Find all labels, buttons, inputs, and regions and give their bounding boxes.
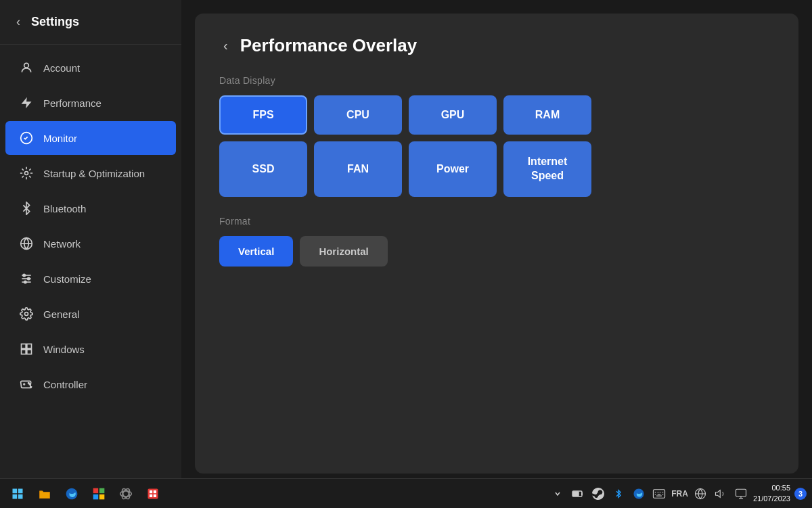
format-buttons: Vertical Horizontal <box>219 236 774 267</box>
sidebar-title: Settings <box>31 15 79 29</box>
tray-chevron[interactable] <box>549 486 566 502</box>
page-title: Performance Overlay <box>240 35 418 56</box>
main-content: ‹ Performance Overlay Data Display FPS C… <box>181 0 812 478</box>
tray-steam[interactable] <box>590 486 606 502</box>
sidebar-item-performance-label: Performance <box>43 97 102 109</box>
svg-rect-26 <box>154 490 156 493</box>
svg-point-8 <box>28 277 30 279</box>
gpu-toggle-button[interactable]: GPU <box>409 95 497 135</box>
tray-volume[interactable] <box>713 486 729 502</box>
sidebar-item-performance[interactable]: Performance <box>5 86 176 120</box>
windows-icon <box>19 342 34 356</box>
fps-toggle-button[interactable]: FPS <box>219 95 307 135</box>
monitor-icon <box>19 131 34 145</box>
fan-toggle-button[interactable]: FAN <box>314 141 402 197</box>
tray-language[interactable]: FRA <box>671 489 688 499</box>
svg-rect-27 <box>150 494 152 497</box>
sidebar-item-customize-label: Customize <box>43 273 91 285</box>
taskbar-left <box>5 482 165 506</box>
sidebar-item-bluetooth[interactable]: Bluetooth <box>5 191 176 225</box>
sidebar-item-controller[interactable]: Controller <box>5 367 176 401</box>
page-back-button[interactable]: ‹ <box>219 37 232 55</box>
notification-badge[interactable]: 3 <box>794 488 807 500</box>
power-toggle-button[interactable]: Power <box>409 141 497 197</box>
svg-rect-12 <box>27 344 32 349</box>
svg-rect-18 <box>99 488 105 493</box>
sidebar-item-general-label: General <box>43 308 79 320</box>
internet-speed-toggle-button[interactable]: Internet Speed <box>503 141 591 197</box>
sidebar-header: ‹ Settings <box>0 0 181 45</box>
file-explorer-button[interactable] <box>32 482 57 506</box>
svg-rect-31 <box>654 489 665 497</box>
svg-rect-28 <box>154 494 156 497</box>
tray-display[interactable] <box>733 486 749 502</box>
startup-icon <box>19 166 34 181</box>
svg-rect-11 <box>22 344 26 349</box>
sidebar-item-monitor-label: Monitor <box>43 133 77 144</box>
network-icon <box>19 236 34 251</box>
bluetooth-icon <box>19 201 34 216</box>
svg-rect-14 <box>27 350 32 354</box>
tray-battery[interactable] <box>570 486 586 502</box>
sidebar-back-button[interactable]: ‹ <box>14 12 23 32</box>
clock-date: 21/07/2023 <box>753 494 790 504</box>
svg-rect-17 <box>93 488 99 493</box>
sidebar-item-network[interactable]: Network <box>5 227 176 260</box>
sidebar-nav: Account Performance Monitor <box>0 45 181 478</box>
svg-point-10 <box>25 313 28 316</box>
taskbar-right: FRA 00:55 21/07/2023 3 <box>549 483 807 504</box>
windows-start-button[interactable] <box>5 482 30 506</box>
edge-browser-button[interactable] <box>60 482 84 506</box>
svg-rect-19 <box>93 494 99 499</box>
clock-time: 00:55 <box>753 483 790 493</box>
ssd-toggle-button[interactable]: SSD <box>219 141 307 197</box>
data-display-label: Data Display <box>219 75 774 86</box>
app2-button[interactable] <box>141 482 165 506</box>
svg-point-9 <box>24 281 26 283</box>
sidebar-item-account[interactable]: Account <box>5 51 176 85</box>
general-icon <box>19 306 34 321</box>
tray-keyboard[interactable] <box>651 486 667 502</box>
taskbar-clock[interactable]: 00:55 21/07/2023 <box>753 483 790 504</box>
sidebar-item-general[interactable]: General <box>5 297 176 331</box>
sidebar-item-windows[interactable]: Windows <box>5 332 176 366</box>
tray-bluetooth[interactable] <box>610 486 627 502</box>
page-header: ‹ Performance Overlay <box>219 35 774 56</box>
tray-edge[interactable] <box>631 486 647 502</box>
sidebar-item-monitor[interactable]: Monitor <box>5 121 176 155</box>
sidebar-item-startup-label: Startup & Optimization <box>43 168 145 179</box>
sidebar: ‹ Settings Account Perfor <box>0 0 181 478</box>
vertical-format-button[interactable]: Vertical <box>219 236 293 267</box>
sidebar-item-network-label: Network <box>43 238 81 250</box>
format-label: Format <box>219 216 774 227</box>
svg-rect-20 <box>99 494 105 499</box>
svg-rect-24 <box>148 488 158 499</box>
horizontal-format-button[interactable]: Horizontal <box>300 236 387 267</box>
data-display-grid: FPS CPU GPU RAM SSD FAN Power Internet S… <box>219 95 774 197</box>
customize-icon <box>19 271 34 286</box>
svg-point-0 <box>24 63 29 68</box>
svg-rect-30 <box>573 492 579 496</box>
svg-point-7 <box>23 274 25 276</box>
sidebar-item-windows-label: Windows <box>43 344 85 355</box>
content-card: ‹ Performance Overlay Data Display FPS C… <box>195 14 798 474</box>
sidebar-item-controller-label: Controller <box>43 379 87 390</box>
store-button[interactable] <box>87 482 111 506</box>
svg-rect-43 <box>736 489 746 497</box>
controller-icon <box>19 377 34 392</box>
sidebar-item-bluetooth-label: Bluetooth <box>43 203 86 214</box>
ram-toggle-button[interactable]: RAM <box>503 95 591 135</box>
format-section: Format Vertical Horizontal <box>219 216 774 267</box>
svg-rect-25 <box>150 490 152 493</box>
sidebar-item-account-label: Account <box>43 62 80 74</box>
svg-marker-42 <box>715 490 720 497</box>
cpu-toggle-button[interactable]: CPU <box>314 95 402 135</box>
svg-point-1 <box>25 172 28 175</box>
sidebar-item-customize[interactable]: Customize <box>5 262 176 296</box>
svg-rect-13 <box>22 350 26 354</box>
app1-button[interactable] <box>114 482 138 506</box>
tray-globe[interactable] <box>692 486 708 502</box>
account-icon <box>19 60 34 75</box>
taskbar: FRA 00:55 21/07/2023 3 <box>0 478 812 508</box>
sidebar-item-startup[interactable]: Startup & Optimization <box>5 156 176 190</box>
